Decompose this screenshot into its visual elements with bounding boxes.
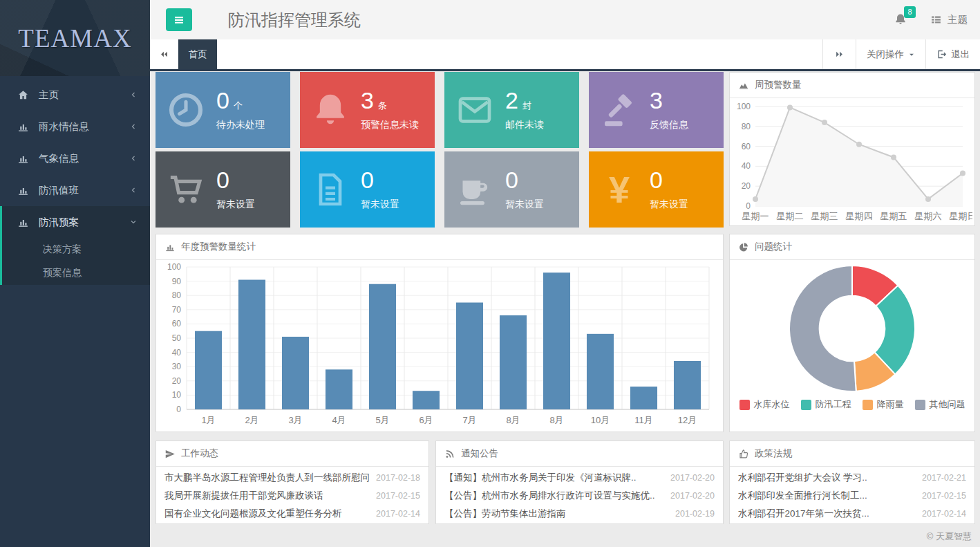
weekly-warnings-panel: 周预警数量 020406080100星期一星期二星期三星期四星期五星期六星期日 xyxy=(729,72,975,226)
close-operations-dropdown[interactable]: 关闭操作 xyxy=(856,39,925,69)
panel-title: 周预警数量 xyxy=(755,79,802,91)
news-item[interactable]: 市大鹏半岛水源工程管理处负责人到一线部所慰问新春 2017-02-18 xyxy=(156,469,428,487)
sidebar-item-rainwater[interactable]: 雨水情信息 xyxy=(0,111,150,142)
panel-header: 年度预警数量统计 xyxy=(156,234,723,260)
svg-text:80: 80 xyxy=(172,290,182,300)
theme-switcher[interactable]: 主题 xyxy=(930,13,968,26)
sidebar-subitem-plan-info[interactable]: 预案信息 xyxy=(2,261,150,285)
stat-card-todo[interactable]: 0个 待办未处理 xyxy=(156,72,290,148)
news-title: 市大鹏半岛水源工程管理处负责人到一线部所慰问新春 xyxy=(164,472,369,484)
svg-text:6月: 6月 xyxy=(419,415,433,425)
news-item[interactable]: 水利部印发全面推行河长制工... 2017-02-15 xyxy=(730,487,974,505)
stat-label: 暂未设置 xyxy=(650,198,688,211)
stat-label: 暂未设置 xyxy=(361,198,399,211)
svg-text:星期三: 星期三 xyxy=(811,211,838,221)
news-item[interactable]: 【公告】劳动节集体出游指南 201-02-19 xyxy=(436,505,723,523)
legend-item[interactable]: 水库水位 xyxy=(739,398,790,411)
panel-title: 政策法规 xyxy=(755,447,792,460)
news-title: 【通知】杭州市水务局关于印发《河道标识牌.. xyxy=(444,472,663,484)
weekly-warning-chart: 020406080100星期一星期二星期三星期四星期五星期六星期日 xyxy=(732,98,972,224)
tab-home[interactable]: 首页 xyxy=(178,39,217,69)
news-date: 201-02-19 xyxy=(675,509,715,519)
tabs-scroll-left-button[interactable] xyxy=(150,39,178,69)
sidebar-toggle-button[interactable] xyxy=(166,8,192,31)
news-item[interactable]: 【通知】杭州市水务局关于印发《河道标识牌.. 2017-02-20 xyxy=(436,469,723,487)
svg-text:30: 30 xyxy=(172,362,182,371)
legend-swatch xyxy=(863,400,873,410)
sidebar-subitem-label: 决策方案 xyxy=(43,243,82,256)
legend-item[interactable]: 降雨量 xyxy=(863,398,904,411)
stat-unit: 个 xyxy=(234,100,243,112)
svg-text:星期五: 星期五 xyxy=(880,211,907,221)
svg-text:11月: 11月 xyxy=(634,415,653,425)
bar-chart-icon xyxy=(164,242,176,252)
svg-text:星期四: 星期四 xyxy=(846,211,873,221)
svg-text:100: 100 xyxy=(737,102,751,111)
double-left-icon xyxy=(158,49,170,59)
notice-panel: 通知公告 【通知】杭州市水务局关于印发《河道标识牌.. 2017-02-20 【… xyxy=(435,441,724,524)
sidebar-item-home[interactable]: 主页 xyxy=(0,79,150,111)
sidebar-subitem-decision[interactable]: 决策方案 xyxy=(2,238,150,261)
news-date: 2017-02-14 xyxy=(376,509,420,519)
svg-text:12月: 12月 xyxy=(678,415,697,425)
news-item[interactable]: 水利部召开党组扩大会议 学习.. 2017-02-21 xyxy=(730,469,974,487)
tabs-scroll-right-button[interactable] xyxy=(822,39,856,69)
stat-card-body: 0 暂未设置 xyxy=(216,168,255,211)
stat-label: 待办未处理 xyxy=(216,119,265,131)
chevron-down-icon xyxy=(129,218,138,226)
stat-card-unset-2[interactable]: 0 暂未设置 xyxy=(300,151,435,228)
legend-swatch xyxy=(915,400,925,410)
panel-header: 工作动态 xyxy=(156,441,428,467)
logo: TEAMAX xyxy=(0,0,150,76)
top-header: 防汛指挥管理系统 8 主题 xyxy=(150,0,980,39)
legend-item[interactable]: 其他问题 xyxy=(915,398,965,411)
hamburger-icon xyxy=(172,14,186,26)
pie-chart-icon xyxy=(738,242,749,252)
logout-button[interactable]: 退出 xyxy=(925,39,980,69)
stat-card-body: 3条 预警信息未读 xyxy=(361,89,419,131)
sidebar-item-weather[interactable]: 气象信息 xyxy=(0,142,150,174)
stat-card-unset-1[interactable]: 0 暂未设置 xyxy=(156,151,290,228)
stat-cards: 0个 待办未处理 3条 预警信息未读 2封 邮件未读 3 反馈信息 xyxy=(156,72,724,228)
news-item[interactable]: 【公告】杭州市水务局排水行政许可设置与实施优.. 2017-02-20 xyxy=(436,487,723,505)
stat-card-warnings[interactable]: 3条 预警信息未读 xyxy=(300,72,435,148)
stat-card-unset-3[interactable]: 0 暂未设置 xyxy=(444,151,579,228)
rss-icon xyxy=(444,449,455,459)
area-chart-icon xyxy=(738,80,749,91)
panel-title: 年度预警数量统计 xyxy=(181,241,256,253)
svg-text:4月: 4月 xyxy=(332,415,346,425)
stat-card-unset-4[interactable]: ¥ 0 暂未设置 xyxy=(589,151,724,228)
news-date: 2017-02-21 xyxy=(922,473,966,483)
svg-text:0: 0 xyxy=(176,405,181,414)
news-date: 2017-02-20 xyxy=(670,473,715,483)
annual-warning-chart: 01020304050607080901001月2月3月4月5月6月7月8月8月… xyxy=(160,260,719,430)
news-item[interactable]: 我局开展新提拔任用干部党风廉政谈话 2017-02-15 xyxy=(156,487,428,505)
stat-card-body: 0 暂未设置 xyxy=(361,168,399,211)
tabbar-controls: 关闭操作 退出 xyxy=(822,39,980,69)
sidebar-item-duty[interactable]: 防汛值班 xyxy=(0,174,150,206)
legend-item[interactable]: 防汛工程 xyxy=(801,398,851,411)
stat-label: 暂未设置 xyxy=(505,198,544,211)
news-title: 水利部印发全面推行河长制工... xyxy=(738,490,915,502)
cart-icon xyxy=(156,170,216,209)
panel-header: 周预警数量 xyxy=(730,73,974,98)
stat-card-body: 0 暂未设置 xyxy=(505,168,544,211)
notification-badge: 8 xyxy=(904,6,916,18)
svg-text:0: 0 xyxy=(746,201,751,211)
news-item[interactable]: 水利部召开2017年第一次扶贫... 2017-02-14 xyxy=(730,505,974,523)
stat-card-mail[interactable]: 2封 邮件未读 xyxy=(444,72,579,148)
stat-label: 反馈信息 xyxy=(650,119,688,131)
sidebar-item-plan[interactable]: 防汛预案 xyxy=(2,206,150,238)
chevron-left-icon xyxy=(129,154,138,163)
stat-card-feedback[interactable]: 3 反馈信息 xyxy=(589,72,724,148)
theme-list-icon xyxy=(930,14,943,26)
svg-text:20: 20 xyxy=(172,376,182,386)
logout-label: 退出 xyxy=(951,48,970,61)
notifications-button[interactable]: 8 xyxy=(894,12,909,28)
news-item[interactable]: 国有企业文化问题根源及文化重塑任务分析 2017-02-14 xyxy=(156,505,428,523)
svg-text:20: 20 xyxy=(742,181,751,191)
donut-legend: 水库水位 防汛工程 降雨量 其他问题 xyxy=(739,398,965,411)
weekly-chart-body: 020406080100星期一星期二星期三星期四星期五星期六星期日 xyxy=(730,98,974,224)
file-icon xyxy=(300,170,361,209)
envelope-icon xyxy=(444,91,505,129)
